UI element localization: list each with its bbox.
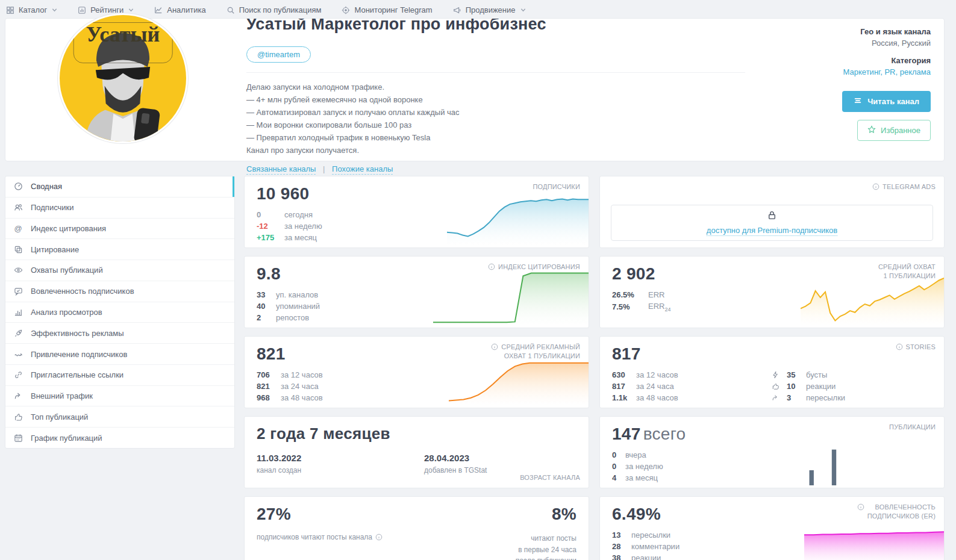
nav-item-monitoring[interactable]: Мониторинг Telegram (342, 5, 432, 14)
channel-links: Связанные каналы | Похожие каналы (246, 164, 745, 173)
channel-age-label: ВОЗРАСТ КАНАЛА (520, 473, 580, 482)
at-icon: @ (13, 225, 23, 232)
star-icon (867, 125, 876, 135)
lock-icon (767, 210, 777, 223)
like-icon (772, 382, 781, 390)
stat-value: 26.5% (612, 290, 642, 299)
sidebar-item-link[interactable]: Пригласительные ссылки (5, 365, 234, 386)
sidebar-item-eye[interactable]: Охваты публикаций (5, 260, 234, 281)
stat-row: 13пересылки (612, 530, 680, 540)
sidebar-item-copy[interactable]: Цитирование (5, 239, 234, 260)
calendar-icon (13, 434, 23, 443)
stat-value: 13 (612, 530, 625, 540)
stat-row: 2репостов (257, 313, 320, 322)
ad-reach-stats: 706за 12 часов821за 24 часа968за 48 часо… (257, 370, 323, 402)
sidebar-item-at[interactable]: @Индекс цитирования (5, 219, 234, 240)
sidebar-item-users[interactable]: Подписчики (5, 198, 234, 219)
forward-icon (772, 394, 781, 402)
link-icon (13, 370, 23, 379)
avg-reach-label: СРЕДНИЙ ОХВАТ 1 ПУБЛИКАЦИИ (878, 263, 936, 281)
sidebar-item-label: Внешний трафик (31, 391, 93, 400)
description-line: — Превратил холодный трафик в новенькую … (246, 131, 745, 144)
stat-row: 3пересылки (772, 393, 845, 402)
chevron-down-icon (52, 7, 57, 13)
category-value-link[interactable]: Маркетинг, PR, реклама (738, 67, 931, 76)
sidebar-item-external[interactable]: Внешний трафик (5, 386, 234, 407)
stat-row: 821за 24 часа (257, 382, 323, 391)
chevron-down-icon (128, 7, 134, 13)
stat-row: 0сегодня (257, 210, 322, 219)
similar-channels-link[interactable]: Похожие каналы (332, 164, 393, 175)
stat-label: за месяц (284, 233, 317, 242)
nav-item-search[interactable]: Поиск по публикациям (227, 5, 322, 14)
read-percent-value: 27% (257, 505, 291, 524)
info-icon (896, 343, 903, 350)
related-channels-link[interactable]: Связанные каналы (246, 164, 316, 175)
sidebar-item-label: Охваты публикаций (31, 266, 103, 275)
external-icon (13, 391, 23, 400)
sidebar-item-label: Анализ просмотров (31, 308, 102, 317)
read-channel-label: Читать канал (867, 97, 919, 106)
stories-value: 817 (612, 344, 641, 364)
sidebar-item-label: Вовлеченность подписчиков (31, 287, 134, 296)
sidebar-item-bars[interactable]: Анализ просмотров (5, 302, 234, 323)
stat-label: комментарии (631, 542, 680, 551)
nav-item-analytics[interactable]: Аналитика (154, 5, 205, 14)
premium-link[interactable]: доступно для Premium-подписчиков (707, 226, 837, 236)
stat-value: 7.5% (612, 302, 642, 311)
stat-value: +175 (257, 233, 278, 242)
stat-row: 33уп. каналов (257, 290, 320, 299)
ad-reach-value: 821 (257, 344, 286, 364)
users-icon (13, 203, 23, 212)
stat-value: 3 (787, 393, 800, 402)
stat-label: реакции (806, 382, 836, 391)
geo-label: Гео и язык канала (738, 27, 931, 36)
stat-row: +175за месяц (257, 233, 322, 242)
sidebar-item-label: Сводная (31, 182, 62, 191)
sidebar-item-chat[interactable]: Вовлеченность подписчиков (5, 281, 234, 302)
grid-icon (6, 6, 14, 14)
stories-stats-right: 35бусты10реакции3пересылки (772, 370, 845, 402)
stat-label: упоминаний (276, 302, 320, 311)
stat-value: 2 (257, 313, 270, 322)
subscribers-card-label: ПОДПИСЧИКИ (533, 182, 580, 191)
created-caption: канал создан (257, 466, 301, 474)
channel-age-card: 2 года 7 месяцев 11.03.2022 канал создан… (244, 416, 589, 488)
stat-label: за месяц (625, 473, 658, 482)
monitoring-icon (342, 6, 350, 14)
engagement-card: ВОВЛЕЧЕННОСТЬ ПОДПИСЧИКОВ (ER) 6.49% 13п… (599, 496, 945, 560)
sidebar-item-wave[interactable]: Привлечение подписчиков (5, 344, 234, 365)
nav-item-grid[interactable]: Каталог (6, 5, 57, 14)
summary-cards-grid: ПОДПИСЧИКИ 10 960 0сегодня-12за неделю+1… (244, 176, 945, 560)
avg-reach-value: 2 902 (612, 264, 655, 284)
citation-index-label: ИНДЕКС ЦИТИРОВАНИЯ (488, 263, 580, 272)
sidebar-item-label: Подписчики (31, 203, 74, 212)
ranking-icon (78, 6, 86, 14)
stat-value: 38 (612, 553, 625, 560)
stat-row: 968за 48 часов (257, 393, 323, 402)
description-line: — Мои воронки скопировали больше 100 раз (246, 119, 745, 131)
engagement-value: 6.49% (612, 505, 661, 524)
stat-row: 0вчера (612, 450, 663, 459)
channel-username-badge[interactable]: @timeartem (246, 46, 311, 63)
created-date: 11.03.2022 (257, 453, 301, 463)
sidebar-item-rocket[interactable]: Эффективность рекламы (5, 323, 234, 344)
nav-item-promotion[interactable]: Продвижение (453, 5, 526, 14)
stat-label: уп. каналов (276, 290, 318, 299)
gauge-icon (13, 182, 23, 191)
sidebar-item-gauge[interactable]: Сводная (5, 176, 234, 198)
category-label: Категория (738, 56, 931, 65)
stat-value: 821 (257, 382, 275, 391)
sidebar-item-calendar[interactable]: График публикаций (5, 428, 234, 448)
stat-label: бусты (806, 370, 827, 379)
stat-row: 4за месяц (612, 473, 663, 482)
stat-row: 38реакции (612, 553, 680, 560)
channel-description: Делаю запуски на холодном трафике.— 4+ м… (246, 81, 745, 157)
sidebar-item-thumb[interactable]: Топ публикаций (5, 406, 234, 428)
stat-label: за 48 часов (636, 393, 678, 402)
favorite-button[interactable]: Избранное (857, 120, 931, 141)
publications-total: 147всего (612, 425, 686, 444)
citation-index-value: 9.8 (257, 264, 281, 284)
ad-reach-label: СРЕДНИЙ РЕКЛАМНЫЙ ОХВАТ 1 ПУБЛИКАЦИИ (491, 343, 580, 361)
read-channel-button[interactable]: Читать канал (842, 91, 931, 112)
